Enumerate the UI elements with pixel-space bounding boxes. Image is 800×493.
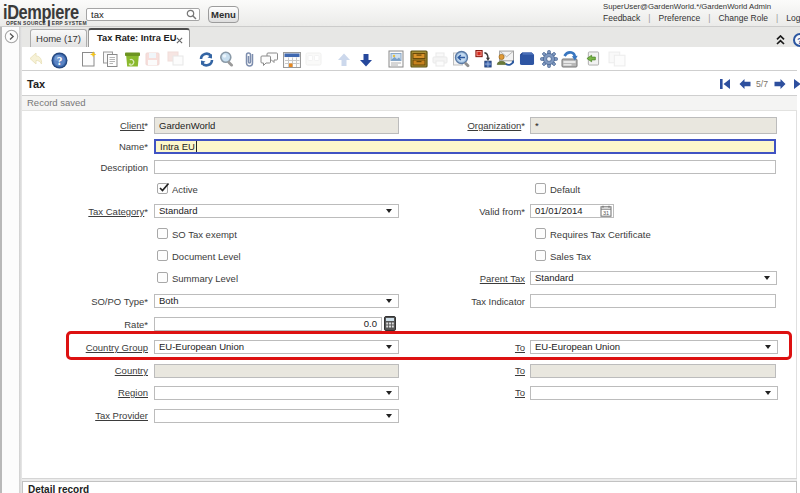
svg-text:31: 31 — [603, 210, 609, 216]
svg-text:?: ? — [57, 55, 63, 67]
